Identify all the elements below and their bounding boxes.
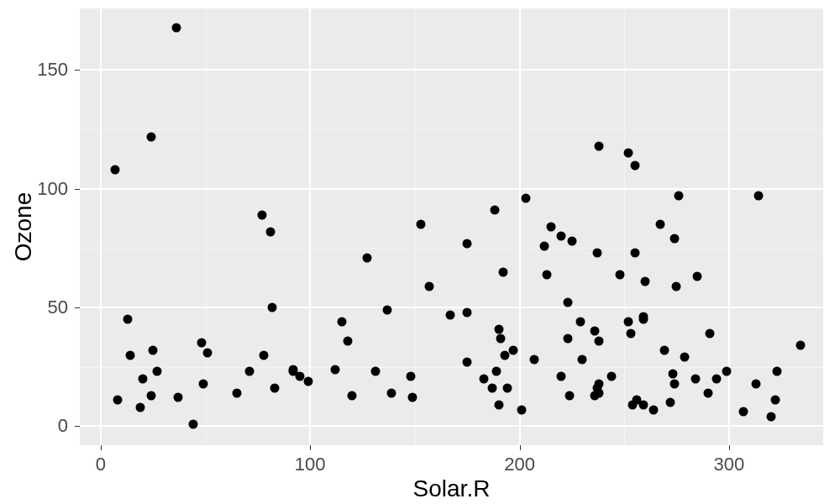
data-point (546, 223, 555, 232)
data-point (153, 367, 162, 376)
data-point (188, 419, 197, 428)
y-tick-label: 100 (37, 178, 80, 200)
grid-minor-h (80, 367, 823, 368)
data-point (136, 402, 145, 412)
data-point (123, 315, 133, 324)
x-axis-title: Solar.R (80, 475, 823, 502)
data-point (446, 310, 455, 319)
data-point (753, 192, 763, 201)
data-point (607, 372, 617, 381)
data-point (624, 318, 633, 327)
data-point (638, 400, 648, 409)
data-point (722, 367, 732, 376)
data-point (408, 393, 417, 402)
y-tick-label: 150 (37, 59, 80, 81)
data-point (672, 281, 681, 291)
data-point (270, 384, 279, 393)
x-tick-label: 300 (713, 445, 744, 475)
grid-major-h (80, 188, 823, 190)
data-point (795, 341, 805, 350)
grid-major-h (80, 307, 823, 308)
data-point (592, 249, 601, 258)
data-point (383, 305, 392, 314)
data-point (463, 307, 472, 317)
data-point (502, 384, 512, 393)
data-point (387, 388, 396, 397)
data-point (773, 367, 782, 376)
data-point (575, 318, 585, 327)
data-point (303, 376, 312, 386)
data-point (425, 281, 434, 291)
data-point (674, 192, 683, 201)
data-point (766, 412, 775, 422)
data-point (337, 318, 346, 327)
data-point (260, 350, 269, 360)
data-point (557, 232, 566, 241)
data-point (565, 391, 575, 400)
data-point (494, 400, 503, 409)
data-point (488, 384, 497, 393)
grid-major-h (80, 69, 823, 71)
data-point (567, 236, 576, 245)
data-point (244, 367, 254, 376)
data-point (171, 23, 181, 32)
data-point (638, 312, 648, 322)
data-point (670, 234, 680, 244)
data-point (125, 350, 134, 360)
x-tick-label: 200 (504, 445, 535, 475)
data-point (463, 358, 472, 367)
y-tick-label: 0 (58, 415, 80, 437)
data-point (146, 391, 155, 400)
data-point (490, 206, 499, 215)
data-point (563, 333, 572, 343)
data-point (680, 353, 690, 362)
grid-major-v (519, 8, 521, 445)
y-axis-title: Ozone (10, 192, 37, 262)
data-point (630, 160, 639, 170)
data-point (595, 388, 604, 397)
data-point (711, 374, 721, 383)
grid-minor-v (624, 8, 625, 445)
data-point (655, 220, 664, 229)
data-point (463, 239, 472, 248)
data-point (770, 396, 780, 405)
data-point (370, 367, 380, 376)
data-point (595, 336, 604, 345)
data-point (496, 333, 506, 343)
data-point (706, 329, 715, 339)
data-point (498, 267, 507, 276)
data-point (578, 355, 587, 365)
data-point (690, 374, 700, 383)
data-point (344, 336, 353, 345)
data-point (265, 227, 275, 236)
data-point (138, 374, 147, 383)
data-point (649, 405, 659, 414)
data-point (666, 398, 675, 407)
data-point (492, 367, 501, 376)
data-point (197, 339, 206, 348)
data-point (630, 249, 639, 258)
grid-major-v (100, 8, 102, 445)
plot-panel: 0501001500100200300 (80, 8, 823, 445)
grid-major-v (728, 8, 730, 445)
data-point (417, 220, 426, 229)
data-point (362, 253, 371, 262)
data-point (529, 355, 538, 365)
data-point (641, 277, 650, 286)
data-point (331, 365, 340, 374)
data-point (501, 350, 510, 360)
data-point (703, 388, 712, 397)
grid-minor-h (80, 248, 823, 249)
data-point (509, 345, 518, 354)
data-point (739, 407, 748, 417)
data-point (557, 372, 566, 381)
data-point (752, 379, 761, 388)
data-point (113, 396, 122, 405)
y-tick-label: 50 (48, 297, 80, 318)
data-point (626, 329, 635, 339)
grid-minor-v (415, 8, 416, 445)
data-point (517, 405, 527, 414)
data-point (563, 298, 572, 307)
data-point (693, 272, 702, 281)
data-point (203, 348, 213, 357)
